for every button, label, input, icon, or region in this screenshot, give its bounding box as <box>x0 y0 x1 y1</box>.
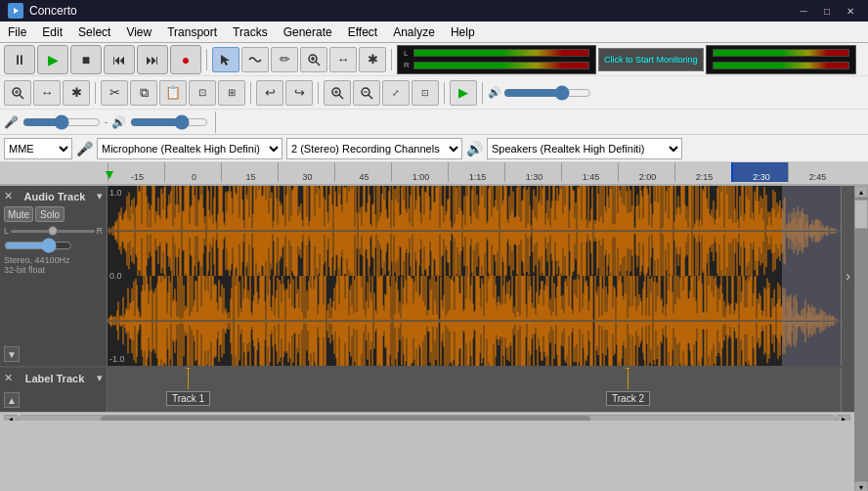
trim-btn[interactable]: ⊡ <box>189 80 216 106</box>
center-line-bot <box>108 321 841 322</box>
api-select[interactable]: MME DirectSound WASAPI <box>4 138 72 159</box>
multi-cursor-btn[interactable]: ✱ <box>63 80 90 106</box>
h-scrollbar[interactable]: ◂ ▸ <box>0 412 854 421</box>
menu-item-select[interactable]: Select <box>70 22 118 42</box>
close-button[interactable]: ✕ <box>841 3 860 19</box>
label-track-close-btn[interactable]: ✕ <box>4 372 13 384</box>
envelope-tool-btn[interactable] <box>241 47 269 72</box>
silence-btn[interactable]: ⊞ <box>218 80 245 106</box>
mute-button[interactable]: Mute <box>4 206 33 222</box>
solo-button[interactable]: Solo <box>35 206 65 222</box>
menu-item-file[interactable]: File <box>0 22 34 42</box>
zoom-in2-btn[interactable] <box>324 80 351 106</box>
skip-back-button[interactable]: ⏮ <box>104 45 135 74</box>
track-volume-slider[interactable] <box>4 240 72 251</box>
track-dropdown-btn[interactable]: ▾ <box>97 190 103 202</box>
pause-button[interactable]: ⏸ <box>4 45 35 74</box>
sep6 <box>444 82 445 104</box>
cut-btn[interactable]: ✂ <box>101 80 128 106</box>
playback-volume-slider[interactable] <box>503 86 591 100</box>
ruler-mark: 1:45 <box>561 162 618 182</box>
track-close-btn[interactable]: ✕ <box>4 190 13 202</box>
playback-cursor-arrow: ▼ <box>103 166 116 182</box>
zoom-tool-btn[interactable] <box>300 47 327 72</box>
menu-item-help[interactable]: Help <box>443 22 483 42</box>
pan-slider[interactable] <box>11 230 94 233</box>
channels-select[interactable]: 2 (Stereo) Recording Channels <box>286 138 462 159</box>
redo-btn[interactable]: ↪ <box>285 80 313 106</box>
multi-tool-btn[interactable]: ✱ <box>359 47 386 72</box>
label-track-container: ✕ Label Track ▾ ▲ Trac <box>0 367 854 412</box>
scroll-up-btn[interactable]: ▴ <box>854 186 868 198</box>
track-collapse-btn[interactable]: ▼ <box>4 346 20 362</box>
stop-button[interactable]: ■ <box>70 45 102 74</box>
audio-track-waveform[interactable]: 1.0 0.0 -1.0 <box>108 186 841 366</box>
v-scroll-thumb[interactable] <box>854 200 868 229</box>
svg-line-10 <box>339 95 343 99</box>
selection-highlight <box>782 186 841 366</box>
timeline-ruler[interactable]: ▼ -15 0 15 30 45 1:00 1:15 1:30 1:45 2:0… <box>0 162 868 186</box>
play-button[interactable]: ▶ <box>37 45 68 74</box>
zoom-sel-btn[interactable]: ⊡ <box>412 80 439 106</box>
minus-icon: - <box>105 117 108 127</box>
marker-1-label[interactable]: Track 1 <box>166 391 210 406</box>
menu-item-effect[interactable]: Effect <box>340 22 385 42</box>
h-scroll-track[interactable] <box>18 415 837 422</box>
label-right-nav-btn[interactable] <box>841 368 854 412</box>
menu-item-view[interactable]: View <box>118 22 159 42</box>
scroll-down-btn[interactable]: ▾ <box>854 481 868 491</box>
menu-item-generate[interactable]: Generate <box>276 22 340 42</box>
zoom-in-btn[interactable] <box>4 80 31 106</box>
marker-2-line <box>628 368 629 389</box>
minimize-button[interactable]: ─ <box>794 3 813 19</box>
marker-1-dot <box>184 368 192 369</box>
paste-btn[interactable]: 📋 <box>159 80 187 106</box>
h-scroll-thumb[interactable] <box>101 416 591 422</box>
ruler-mark: 30 <box>278 162 334 182</box>
menu-item-analyze[interactable]: Analyze <box>385 22 443 42</box>
mic-device-icon: 🎤 <box>76 141 93 156</box>
marker-1-line <box>188 368 189 389</box>
ruler-mark: 45 <box>334 162 391 182</box>
ruler-mark: 2:30 <box>731 162 788 182</box>
timeshift-tool-btn[interactable]: ↔ <box>329 47 357 72</box>
pan-area: L R <box>4 226 103 236</box>
play-once-btn[interactable]: ▶ <box>450 80 477 106</box>
record-button[interactable]: ● <box>170 45 201 74</box>
separator2 <box>391 49 392 70</box>
skip-fwd-button[interactable]: ⏭ <box>137 45 168 74</box>
label-collapse-btn[interactable]: ▲ <box>4 392 20 408</box>
pan-knob[interactable] <box>48 226 58 236</box>
cursor-tool-btn[interactable] <box>212 47 239 72</box>
scroll-left-btn[interactable]: ◂ <box>4 415 18 422</box>
zoom-out2-btn[interactable] <box>353 80 380 106</box>
sep-mix <box>215 112 216 133</box>
input-volume-slider[interactable] <box>22 116 101 128</box>
draw-tool-btn[interactable]: ✏ <box>271 47 298 72</box>
menu-item-tracks[interactable]: Tracks <box>225 22 276 42</box>
input-device-select[interactable]: Microphone (Realtek High Defini) <box>97 138 282 159</box>
separator <box>206 49 207 70</box>
mute-solo-controls: Mute Solo <box>4 206 103 222</box>
undo-btn[interactable]: ↩ <box>256 80 283 106</box>
copy-btn[interactable]: ⧉ <box>130 80 157 106</box>
menu-item-edit[interactable]: Edit <box>34 22 70 42</box>
time-shift-btn[interactable]: ↔ <box>33 80 61 106</box>
label-track-header: ✕ Label Track ▾ ▲ <box>0 368 108 412</box>
right-nav-btn[interactable]: › <box>841 186 854 366</box>
output-volume-slider[interactable] <box>130 116 208 128</box>
v-scrollbar[interactable]: ▴ ▾ <box>854 186 868 491</box>
scroll-right-btn[interactable]: ▸ <box>837 415 850 422</box>
marker-2-label[interactable]: Track 2 <box>606 391 650 406</box>
label-marker-1[interactable]: Track 1 <box>166 368 210 406</box>
label-track-waveform[interactable]: Track 1 Track 2 <box>108 368 841 412</box>
label-track-dropdown-btn[interactable]: ▾ <box>97 372 103 384</box>
monitoring-button[interactable]: Click to Start Monitoring <box>598 48 704 71</box>
maximize-button[interactable]: □ <box>817 3 837 19</box>
zoom-fit-btn[interactable]: ⤢ <box>382 80 410 106</box>
scale-top: 1.0 <box>109 188 122 198</box>
menu-item-transport[interactable]: Transport <box>159 22 225 42</box>
output-device-select[interactable]: Speakers (Realtek High Definiti) <box>487 138 682 159</box>
sep3 <box>95 82 96 104</box>
label-marker-2[interactable]: Track 2 <box>606 368 650 406</box>
